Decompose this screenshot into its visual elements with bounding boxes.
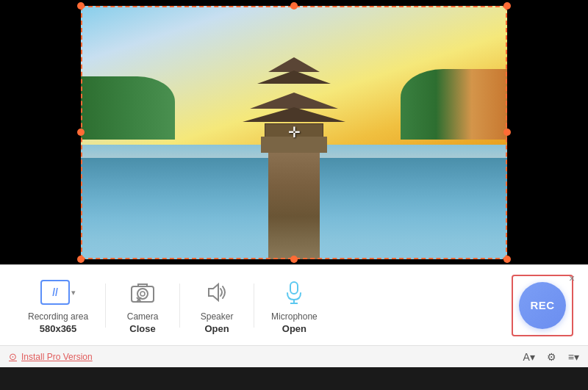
svg-point-1 bbox=[137, 289, 148, 299]
camera-icon-container bbox=[126, 276, 159, 308]
camera-item[interactable]: Camera Close bbox=[110, 270, 176, 340]
microphone-icon bbox=[279, 277, 309, 308]
microphone-label: Microphone bbox=[271, 311, 318, 322]
install-pro-link[interactable]: ⊙ Install Pro Version bbox=[9, 351, 93, 362]
handle-top-right[interactable] bbox=[503, 2, 511, 10]
camera-status: Close bbox=[129, 323, 155, 334]
capture-region[interactable]: ✛ bbox=[81, 6, 507, 259]
handle-top-left[interactable] bbox=[77, 2, 85, 10]
divider-1 bbox=[105, 284, 106, 328]
close-button[interactable]: × bbox=[564, 271, 579, 286]
speaker-item[interactable]: Speaker Open bbox=[184, 270, 250, 340]
speaker-icon bbox=[201, 277, 232, 308]
toolbar: × ▾ Recording area 580x365 bbox=[0, 264, 588, 345]
speaker-status: Open bbox=[204, 323, 229, 334]
status-bar: ⊙ Install Pro Version A▾ ⚙ ≡▾ bbox=[0, 345, 588, 367]
status-bar-right: A▾ ⚙ ≡▾ bbox=[523, 351, 579, 363]
camera-label: Camera bbox=[127, 311, 159, 322]
svg-marker-5 bbox=[209, 284, 218, 300]
speaker-icon-container bbox=[201, 276, 233, 308]
trees-right bbox=[401, 69, 507, 140]
recording-area-size: 580x365 bbox=[40, 323, 77, 334]
recording-area-icon bbox=[40, 280, 70, 305]
bridge bbox=[268, 153, 320, 259]
microphone-item[interactable]: Microphone Open bbox=[258, 270, 331, 340]
recording-area-item[interactable]: ▾ Recording area 580x365 bbox=[15, 270, 101, 340]
menu-icon[interactable]: ≡▾ bbox=[568, 351, 579, 363]
svg-rect-6 bbox=[290, 282, 298, 294]
move-icon: ✛ bbox=[288, 123, 301, 141]
divider-2 bbox=[179, 284, 180, 328]
microphone-icon-container bbox=[278, 276, 310, 308]
recording-area-icon-container: ▾ bbox=[42, 276, 74, 308]
divider-3 bbox=[254, 284, 254, 328]
speaker-label: Speaker bbox=[201, 311, 234, 322]
handle-mid-right[interactable] bbox=[503, 129, 511, 136]
text-icon[interactable]: A▾ bbox=[523, 351, 534, 363]
microphone-status: Open bbox=[282, 323, 306, 334]
rec-button[interactable]: REC bbox=[519, 282, 566, 329]
handle-top-mid[interactable] bbox=[290, 2, 298, 10]
canvas-area: ✛ bbox=[0, 0, 588, 264]
toolbar-items-group: ▾ Recording area 580x365 bbox=[15, 270, 512, 340]
handle-bottom-mid[interactable] bbox=[290, 256, 298, 263]
recording-area-label: Recording area bbox=[28, 311, 88, 322]
svg-point-2 bbox=[140, 292, 145, 296]
camera-icon bbox=[127, 277, 158, 308]
download-icon: ⊙ bbox=[9, 351, 17, 362]
handle-bottom-left[interactable] bbox=[77, 256, 85, 263]
rec-area-row: ▾ bbox=[40, 280, 76, 305]
handle-bottom-right[interactable] bbox=[503, 256, 511, 263]
handle-mid-left[interactable] bbox=[77, 129, 85, 136]
dropdown-arrow-icon: ▾ bbox=[71, 288, 76, 297]
install-pro-label: Install Pro Version bbox=[21, 352, 93, 362]
settings-icon[interactable]: ⚙ bbox=[547, 351, 556, 363]
trees-left bbox=[81, 76, 175, 140]
rec-label: REC bbox=[530, 299, 554, 311]
